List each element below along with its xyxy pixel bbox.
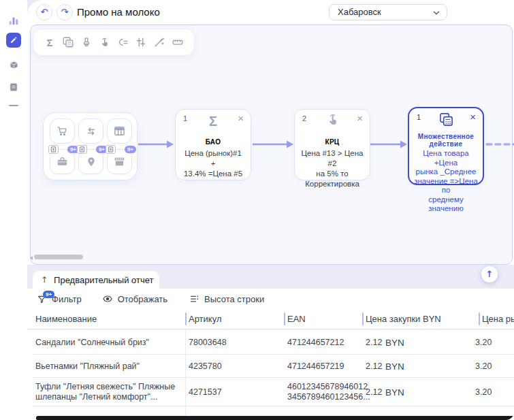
close-icon[interactable]: × bbox=[357, 112, 363, 124]
tab-up-icon: ↑ bbox=[41, 275, 48, 285]
store-palette-button[interactable]: 9+ bbox=[107, 149, 132, 174]
redo-icon: ↷ bbox=[61, 7, 69, 17]
table-palette-button[interactable] bbox=[107, 118, 132, 144]
row-height-button[interactable]: Высота строки bbox=[189, 294, 264, 304]
cell-ean: 471244657219 bbox=[287, 361, 364, 371]
column-header-purchase[interactable]: Цена закупки BYN bbox=[366, 314, 441, 324]
cell-currency: BYN bbox=[385, 361, 404, 371]
sidebar bbox=[0, 0, 27, 420]
window-bottom-edge bbox=[36, 416, 514, 420]
table-row[interactable]: Вьетнамки "Пляжный рай" 4235780 47124465… bbox=[33, 355, 514, 378]
mini-report-badge bbox=[48, 145, 59, 154]
node-title: Множественное действие bbox=[412, 133, 480, 148]
column-divider[interactable] bbox=[284, 312, 285, 325]
table-row[interactable]: Сандалии "Солнечный бриз" 78003648 47124… bbox=[33, 330, 514, 355]
report-toolbar: 9+ Фильтр Отображать Высота строки bbox=[27, 289, 514, 309]
sidebar-divider bbox=[6, 98, 21, 113]
topbar: ↶ ↷ Промо на молоко Хабаровск bbox=[27, 0, 514, 25]
cell-price: 2.12 bbox=[366, 387, 382, 397]
cell-sku: 78003648 bbox=[189, 337, 227, 347]
location-palette-button[interactable]: 9+ bbox=[78, 149, 103, 174]
region-select[interactable]: Хабаровск bbox=[329, 4, 447, 20]
cart-palette-button[interactable] bbox=[50, 118, 75, 144]
node-title: КРЦ bbox=[298, 138, 367, 146]
divider-line-icon bbox=[8, 104, 19, 107]
cell-market: 3.20 bbox=[475, 337, 492, 347]
briefcase-palette-button[interactable]: 9+ bbox=[50, 149, 75, 174]
flow-node-multi-action[interactable]: 1 × Множественное действие Цена товара +… bbox=[408, 107, 484, 185]
storefront-icon bbox=[113, 155, 126, 168]
column-divider[interactable] bbox=[185, 312, 187, 325]
condition-tool-icon[interactable] bbox=[115, 34, 130, 50]
sum-tool-icon[interactable]: Σ bbox=[42, 34, 57, 50]
region-select-value: Хабаровск bbox=[338, 7, 381, 17]
flow-node-bao[interactable]: 1 Σ × БАО Цена (рынок)#1 + 13.4% =Цена #… bbox=[175, 109, 251, 180]
node-palette: 9+ 9+ 9+ bbox=[43, 112, 138, 180]
columns-tool-icon[interactable] bbox=[133, 34, 148, 50]
tab-label: Предварительный отчет bbox=[54, 275, 153, 285]
column-divider[interactable] bbox=[479, 312, 480, 325]
column-header-ean[interactable]: EAN bbox=[287, 314, 306, 324]
undo-button[interactable]: ↶ bbox=[36, 4, 52, 20]
column-header-sku[interactable]: Артикул bbox=[189, 314, 221, 324]
cell-market: 3.20 bbox=[475, 361, 492, 371]
chevron-down-icon bbox=[433, 10, 440, 16]
cell-market: 3.20 bbox=[475, 387, 492, 397]
sidebar-item-editor[interactable] bbox=[6, 33, 21, 48]
canvas-toolbar: Σ bbox=[33, 29, 195, 56]
column-divider[interactable] bbox=[362, 312, 364, 325]
cell-price: 2.12 bbox=[366, 337, 382, 347]
scrollbar-left-arrow[interactable] bbox=[30, 256, 33, 260]
row-height-icon bbox=[189, 294, 199, 304]
cell-ean: 46012345678946012 3456789460123456... bbox=[287, 382, 364, 402]
edit-pencil-icon bbox=[10, 36, 18, 44]
multi-action-tool-icon[interactable] bbox=[61, 34, 76, 50]
swap-palette-button[interactable] bbox=[78, 118, 103, 144]
cell-sku: 4271537 bbox=[189, 387, 222, 397]
close-icon[interactable]: × bbox=[470, 111, 476, 123]
brush-tool-icon[interactable] bbox=[79, 34, 94, 50]
table-row[interactable]: Туфли "Летняя свежесть" Пляжные шлепанцы… bbox=[33, 378, 514, 406]
node-body: Цена (рынок)#1 + 13.4% =Цена #5 bbox=[178, 148, 248, 179]
close-icon[interactable]: × bbox=[238, 112, 244, 124]
sidebar-item-analytics[interactable] bbox=[6, 13, 21, 28]
page-title: Промо на молоко bbox=[77, 6, 160, 18]
sidebar-item-products[interactable] bbox=[6, 57, 21, 72]
hand-click-tool-icon[interactable] bbox=[97, 34, 112, 50]
display-button[interactable]: Отображать bbox=[102, 293, 167, 304]
tab-preliminary-report[interactable]: ↑ Предварительный отчет bbox=[33, 271, 159, 289]
cell-price: 2.12 bbox=[366, 361, 382, 371]
flow-node-krc[interactable]: 2 × КРЦ Цена #13 > Цена #2 на 5% то Корр… bbox=[294, 109, 370, 180]
package-icon bbox=[8, 59, 20, 71]
location-pin-icon bbox=[85, 156, 97, 168]
display-label: Отображать bbox=[118, 294, 167, 304]
collapse-panel-button[interactable]: ↑ bbox=[481, 266, 498, 282]
node-body: Цена #13 > Цена #2 на 5% то Корректировк… bbox=[297, 148, 368, 189]
cell-currency: BYN bbox=[385, 337, 404, 347]
redo-button[interactable]: ↷ bbox=[57, 4, 73, 20]
column-header-name[interactable]: Наименование bbox=[35, 314, 97, 324]
sidebar-item-documents[interactable] bbox=[6, 80, 21, 95]
cell-name: Туфли "Летняя свежесть" Пляжные шлепанцы… bbox=[35, 382, 180, 402]
mini-report-badge bbox=[106, 145, 116, 154]
app-window: ↶ ↷ Промо на молоко Хабаровск Σ bbox=[0, 0, 514, 420]
table-header: Наименование Артикул EAN Цена закупки BY… bbox=[27, 309, 514, 329]
cell-ean: 471244657212 bbox=[287, 337, 364, 347]
ruler-tool-icon[interactable] bbox=[170, 34, 185, 50]
cell-currency: BYN bbox=[385, 387, 404, 397]
filter-button[interactable]: 9+ Фильтр bbox=[37, 294, 82, 304]
magic-wand-tool-icon[interactable] bbox=[152, 34, 167, 50]
cell-name: Сандалии "Солнечный бриз" bbox=[35, 337, 180, 347]
cell-sku: 4235780 bbox=[189, 361, 222, 371]
filter-label: Фильтр bbox=[52, 294, 82, 304]
undo-icon: ↶ bbox=[41, 7, 48, 17]
count-badge: 9+ bbox=[125, 146, 136, 153]
table-body: Сандалии "Солнечный бриз" 78003648 47124… bbox=[27, 330, 514, 417]
filter-count-badge: 9+ bbox=[43, 291, 54, 298]
document-icon bbox=[8, 82, 19, 93]
table-row[interactable]: Кеды "Морское приключение" 3651285 46012… bbox=[33, 406, 514, 417]
bar-chart-icon bbox=[7, 14, 20, 27]
table-icon bbox=[113, 125, 126, 138]
column-header-market[interactable]: Цена ры bbox=[482, 314, 514, 324]
horizontal-scrollbar-thumb[interactable] bbox=[34, 255, 83, 259]
